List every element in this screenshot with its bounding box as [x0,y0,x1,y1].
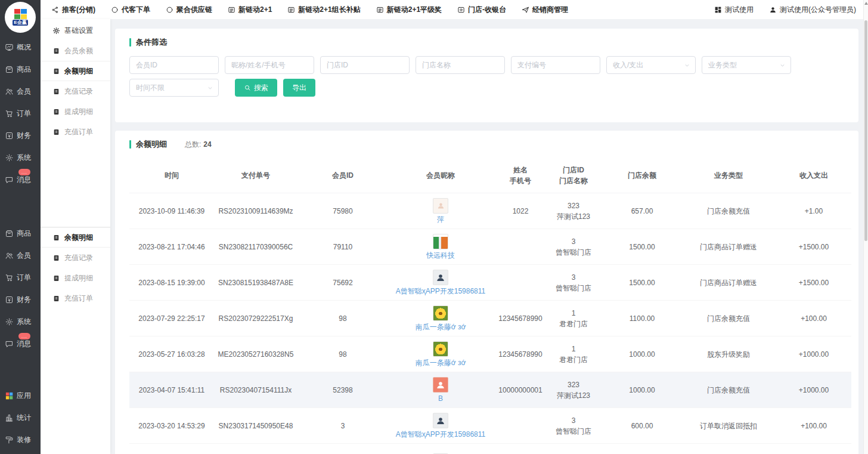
doc-icon [52,67,60,75]
page-scrollbar[interactable] [863,0,868,454]
user-icon [769,6,777,14]
sidebar-item-finance-2[interactable]: 财务 [0,289,41,311]
nav-item-store-cashier[interactable]: 门店-收银台 [457,5,506,15]
submenu-item-recharge-records-2[interactable]: 充值记录 [41,248,110,268]
submenu-item-basic-settings[interactable]: 基础设置 [41,20,110,41]
store-id: 3 [548,236,599,247]
primary-sidebar: E企赢 概况 商品 会员 订单 财务 系统 消息 ... [0,0,41,454]
cell-phone: 12345678990 [493,314,548,323]
nav-item-distribution[interactable]: 推客(分销) [51,5,95,15]
sidebar-item-stats[interactable]: 统计 [0,407,41,429]
table-row[interactable]: 2023-08-21 17:04:46 SN230821170390056C 7… [129,228,851,264]
member-nickname-link[interactable]: 萍 [437,215,444,224]
member-nickname-link[interactable]: 南瓜一条藤ớ зớ [416,358,466,367]
submenu-item-recharge-records[interactable]: 充值记录 [41,81,110,101]
nav-item-proxy-order[interactable]: 代客下单 [111,5,150,15]
submenu-item-commission-detail[interactable]: 提成明细 [41,101,110,122]
chevron-down-icon [207,85,213,91]
submenu-item-member-balance[interactable]: 会员余额 [41,41,110,61]
test-use-button[interactable]: 测试使用 [714,5,754,15]
sidebar-item-apps[interactable]: 应用 [0,385,41,407]
nav-item-dealer-mgmt[interactable]: 经销商管理 [522,5,568,15]
scroll-up-arrow[interactable] [864,2,868,5]
nav-item-leader-subsidy[interactable]: 新链动2+1组长补贴 [287,5,360,15]
filter-title-text: 条件筛选 [136,37,167,48]
submenu-item-commission-detail-2[interactable]: 提成明细 [41,268,110,288]
sidebar-item-finance[interactable]: 财务 [0,125,41,147]
sidebar-item-members-2[interactable]: 会员 [0,245,41,267]
cell-store: 3 曾智聪门店 [548,272,599,294]
sidebar-item-messages[interactable]: 消息 ... [0,169,41,191]
total-value: 24 [203,140,211,149]
business-type-select[interactable]: 业务类型 [702,56,791,74]
sidebar-item-orders[interactable]: 订单 [0,103,41,125]
member-nickname-link[interactable]: 南瓜一条藤ớ зớ [416,322,466,332]
table-row[interactable]: 2023-03-20 14:53:29 SN2303171450950E48 3… [129,407,851,443]
income-expense-select[interactable]: 收入/支出 [606,56,696,74]
col-nickname: 会员昵称 [388,170,493,181]
filter-input[interactable] [320,56,410,74]
nav-item-label: 新链动2+1平级奖 [387,5,442,15]
app-logo[interactable]: E企赢 [5,2,36,33]
submenu-item-label: 提成明细 [64,107,93,117]
sidebar-item-label: 商品 [17,228,31,239]
scrollbar-thumb[interactable] [864,20,867,241]
cell-biz-type: 门店商品订单赠送 [685,242,772,252]
sidebar-item-decorate[interactable]: 装修 [0,429,41,451]
member-avatar[interactable] [433,377,448,393]
select-value: 业务类型 [708,60,737,70]
table-row[interactable]: 2023-05-27 16:03:28 ME20230527160328N5 9… [129,336,851,372]
sidebar-item-goods[interactable]: 商品 [0,58,41,81]
sidebar-item-overview[interactable]: 概况 [0,36,41,58]
filter-input[interactable] [129,56,219,74]
submenu-item-balance-detail[interactable]: 余额明细 [41,61,110,81]
sidebar-item-system[interactable]: 系统 [0,147,41,169]
member-nickname-link[interactable]: 快远科技 [426,251,455,260]
nav-item-supply-chain[interactable]: 聚合供应链 [166,5,212,15]
cell-biz-type: 股东升级奖励 [685,350,772,359]
member-nickname-link[interactable]: A曾智聪ҳAPP开发15986811 [396,430,486,439]
member-avatar[interactable] [433,413,448,428]
member-avatar[interactable] [433,270,448,285]
table-row[interactable]: 2023-10-09 11:46:39 RS20231009114639Mz 7… [129,193,851,228]
sidebar-item-label: 概况 [17,42,31,52]
member-avatar[interactable] [433,305,448,321]
nav-item-label: 新链动2+1 [238,5,272,15]
cell-time: 2023-10-09 11:46:39 [129,206,214,216]
nav-item-chain-2plus1[interactable]: 新链动2+1 [228,5,272,15]
doc-icon [52,254,60,262]
sidebar-item-system-2[interactable]: 系统 [0,311,41,333]
user-account-button[interactable]: 测试使用(公众号管理员) [769,5,856,15]
filter-input[interactable] [511,56,600,74]
submenu-item-recharge-orders-2[interactable]: 充值订单 [41,288,110,308]
member-avatar[interactable] [433,234,448,249]
member-avatar[interactable] [433,198,448,214]
sidebar-item-members[interactable]: 会员 [0,81,41,103]
table-row[interactable]: 2023-08-15 19:39:00 SN2308151938487A8E 7… [129,264,851,300]
submenu-item-label: 余额明细 [64,233,93,243]
store-name: 曾智聪门店 [548,426,599,437]
member-nickname-link[interactable]: B [438,394,443,403]
sidebar-item-messages-2[interactable]: 消息 ... [0,333,41,355]
filter-input[interactable] [225,56,314,74]
sidebar-item-label: 统计 [17,413,31,423]
table-row[interactable]: 3 [129,443,851,454]
search-button[interactable]: 搜索 [235,79,277,97]
export-button[interactable]: 导出 [283,79,315,97]
share-icon [51,6,59,14]
member-nickname-link[interactable]: A曾智聪ҳAPP开发15986811 [396,286,486,296]
nav-item-peer-award[interactable]: 新链动2+1平级奖 [376,5,442,15]
table-row[interactable]: 2023-07-29 22:25:17 RS20230729222517Xg 9… [129,300,851,336]
sidebar-item-goods-2[interactable]: 商品 [0,223,41,245]
sidebar-item-orders-2[interactable]: 订单 [0,267,41,289]
cell-store-balance: 1000.00 [599,350,685,359]
time-range-select[interactable]: 时间不限 [129,79,219,97]
green-bar [129,140,131,149]
nav-item-label: 聚合供应链 [176,5,212,15]
filter-input[interactable] [416,56,505,74]
submenu-item-recharge-orders[interactable]: 充值订单 [41,122,110,142]
member-avatar[interactable] [433,341,448,357]
table-row[interactable]: 2023-04-07 15:41:11 RS20230407154111Jx 5… [129,372,851,407]
secondary-sidebar: 基础设置 会员余额 余额明细 充值记录 提成明细 充值订单 余额明细 [41,19,110,454]
submenu-item-balance-detail-2[interactable]: 余额明细 [41,227,110,248]
